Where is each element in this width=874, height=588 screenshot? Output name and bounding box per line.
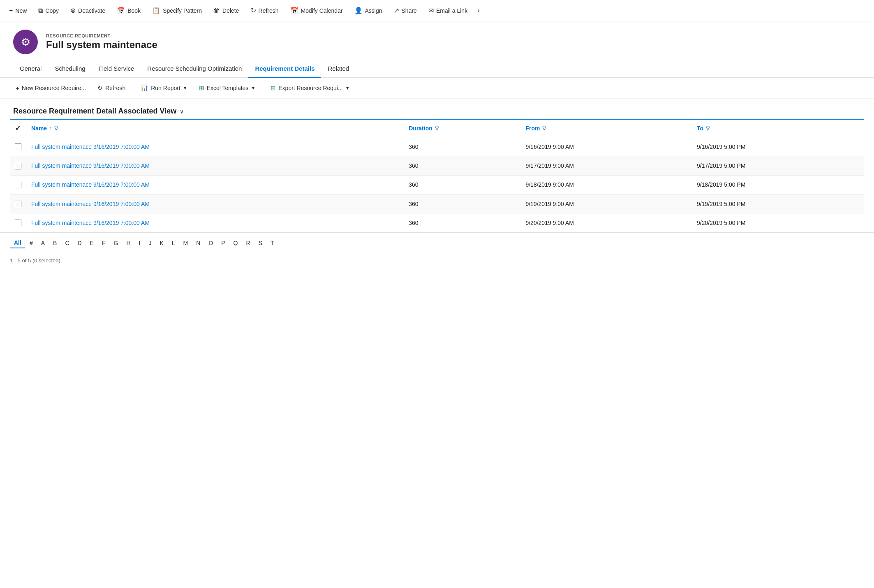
export-resource-button[interactable]: ⊞ Export Resource Requi... ▼ xyxy=(265,82,355,94)
row-checkbox[interactable] xyxy=(15,144,21,150)
pagination-letter-q[interactable]: Q xyxy=(229,238,242,248)
duration-cell: 360 xyxy=(404,175,520,194)
pagination-letter-m[interactable]: M xyxy=(179,238,192,248)
new-resource-button[interactable]: + New Resource Require... xyxy=(10,82,92,94)
refresh-button[interactable]: ↻ Refresh xyxy=(245,0,284,21)
to-cell: 9/19/2019 5:00 PM xyxy=(692,194,864,213)
record-header: ⚙ RESOURCE REQUIREMENT Full system maint… xyxy=(0,21,874,61)
to-column-header: To ▽ xyxy=(692,119,864,137)
name-cell: Full system maintenace 9/16/2019 7:00:00… xyxy=(26,194,404,213)
table-row: Full system maintenace 9/16/2019 7:00:00… xyxy=(10,194,864,213)
specify-pattern-button[interactable]: 📋 Specify Pattern xyxy=(146,0,208,21)
table-row: Full system maintenace 9/16/2019 7:00:00… xyxy=(10,175,864,194)
duration-filter-icon[interactable]: ▽ xyxy=(435,125,439,131)
assign-button[interactable]: 👤 Assign xyxy=(349,0,388,21)
name-column-header: Name ↑ ▽ xyxy=(26,119,404,137)
to-cell: 9/16/2019 5:00 PM xyxy=(692,137,864,156)
duration-cell: 360 xyxy=(404,213,520,232)
table-container: ✓ Name ↑ ▽ Duration ▽ xyxy=(0,119,874,232)
run-report-button[interactable]: 📊 Run Report ▼ xyxy=(135,82,193,94)
pagination-letter-n[interactable]: N xyxy=(192,238,204,248)
from-filter-icon[interactable]: ▽ xyxy=(542,125,546,131)
to-cell: 9/20/2019 5:00 PM xyxy=(692,213,864,232)
pagination-letter-t[interactable]: T xyxy=(266,238,278,248)
plus-icon: + xyxy=(9,7,13,14)
pagination-letter-all[interactable]: All xyxy=(10,238,25,248)
name-sort-icon[interactable]: ↑ xyxy=(49,125,52,131)
sub-toolbar: + New Resource Require... ↻ Refresh 📊 Ru… xyxy=(0,78,874,99)
duration-cell: 360 xyxy=(404,194,520,213)
copy-button[interactable]: ⧉ Copy xyxy=(32,0,65,21)
row-checkbox-cell xyxy=(10,137,26,156)
pagination-letter-p[interactable]: P xyxy=(217,238,229,248)
tab-scheduling[interactable]: Scheduling xyxy=(48,61,92,78)
from-column-header: From ▽ xyxy=(520,119,692,137)
tab-resource-scheduling[interactable]: Resource Scheduling Optimization xyxy=(141,61,248,78)
pagination-letter-l[interactable]: L xyxy=(168,238,179,248)
excel-templates-button[interactable]: ⊞ Excel Templates ▼ xyxy=(193,82,261,94)
book-button[interactable]: 📅 Book xyxy=(111,0,146,21)
pagination-letter-k[interactable]: K xyxy=(155,238,167,248)
record-link[interactable]: Full system maintenace 9/16/2019 7:00:00… xyxy=(31,162,150,169)
pagination-letter-j[interactable]: J xyxy=(144,238,155,248)
copy-icon: ⧉ xyxy=(38,7,43,14)
tab-general[interactable]: General xyxy=(13,61,48,78)
main-toolbar: + New ⧉ Copy ⊗ Deactivate 📅 Book 📋 Speci… xyxy=(0,0,874,21)
delete-button[interactable]: 🗑 Delete xyxy=(208,0,245,21)
pagination-letter-f[interactable]: F xyxy=(98,238,110,248)
row-checkbox-cell xyxy=(10,175,26,194)
to-filter-icon[interactable]: ▽ xyxy=(706,125,710,131)
record-type: RESOURCE REQUIREMENT xyxy=(46,33,157,38)
pagination-letter-g[interactable]: G xyxy=(110,238,123,248)
pagination-letter-b[interactable]: B xyxy=(49,238,61,248)
select-all-header[interactable]: ✓ xyxy=(10,119,26,137)
tab-related[interactable]: Related xyxy=(321,61,356,78)
pagination-letter-h[interactable]: H xyxy=(122,238,134,248)
avatar-icon: ⚙ xyxy=(21,36,30,49)
record-link[interactable]: Full system maintenace 9/16/2019 7:00:00… xyxy=(31,220,150,226)
sub-refresh-button[interactable]: ↻ Refresh xyxy=(92,82,131,94)
tab-requirement-details[interactable]: Requirement Details xyxy=(248,61,321,78)
from-cell: 9/20/2019 9:00 AM xyxy=(520,213,692,232)
pagination-letter-#[interactable]: # xyxy=(25,238,37,248)
row-checkbox[interactable] xyxy=(15,220,21,226)
pagination-letter-r[interactable]: R xyxy=(242,238,254,248)
pagination-letter-e[interactable]: E xyxy=(86,238,98,248)
name-cell: Full system maintenace 9/16/2019 7:00:00… xyxy=(26,156,404,175)
pagination-letter-i[interactable]: I xyxy=(135,238,145,248)
record-link[interactable]: Full system maintenace 9/16/2019 7:00:00… xyxy=(31,201,150,207)
deactivate-button[interactable]: ⊗ Deactivate xyxy=(65,0,111,21)
share-button[interactable]: ↗ Share xyxy=(388,0,423,21)
view-dropdown-icon[interactable]: ∨ xyxy=(180,108,184,115)
record-link[interactable]: Full system maintenace 9/16/2019 7:00:00… xyxy=(31,181,150,188)
from-cell: 9/17/2019 9:00 AM xyxy=(520,156,692,175)
run-report-chevron: ▼ xyxy=(183,86,187,90)
to-cell: 9/17/2019 5:00 PM xyxy=(692,156,864,175)
pagination-letter-s[interactable]: S xyxy=(254,238,266,248)
pagination-letter-a[interactable]: A xyxy=(37,238,49,248)
row-checkbox[interactable] xyxy=(15,163,21,169)
specify-pattern-icon: 📋 xyxy=(152,7,160,14)
duration-column-header: Duration ▽ xyxy=(404,119,520,137)
email-link-button[interactable]: ✉ Email a Link xyxy=(423,0,473,21)
row-checkbox[interactable] xyxy=(15,182,21,188)
modify-calendar-button[interactable]: 📅 Modify Calendar xyxy=(284,0,349,21)
run-report-icon: 📊 xyxy=(141,84,148,92)
pagination-letter-d[interactable]: D xyxy=(74,238,86,248)
resource-requirement-table: ✓ Name ↑ ▽ Duration ▽ xyxy=(10,119,864,232)
avatar: ⚙ xyxy=(13,30,38,54)
row-checkbox-cell xyxy=(10,156,26,175)
new-button[interactable]: + New xyxy=(3,0,32,21)
modify-calendar-icon: 📅 xyxy=(290,7,298,14)
name-filter-icon[interactable]: ▽ xyxy=(54,125,58,131)
tab-field-service[interactable]: Field Service xyxy=(92,61,141,78)
excel-icon: ⊞ xyxy=(199,84,204,92)
pagination-letter-o[interactable]: O xyxy=(204,238,217,248)
more-options-button[interactable]: › xyxy=(473,0,484,21)
record-link[interactable]: Full system maintenace 9/16/2019 7:00:00… xyxy=(31,144,150,150)
pagination-letter-c[interactable]: C xyxy=(61,238,73,248)
row-checkbox[interactable] xyxy=(15,201,21,207)
delete-icon: 🗑 xyxy=(213,7,220,14)
record-info: RESOURCE REQUIREMENT Full system mainten… xyxy=(46,33,157,51)
sub-refresh-icon: ↻ xyxy=(97,84,103,92)
